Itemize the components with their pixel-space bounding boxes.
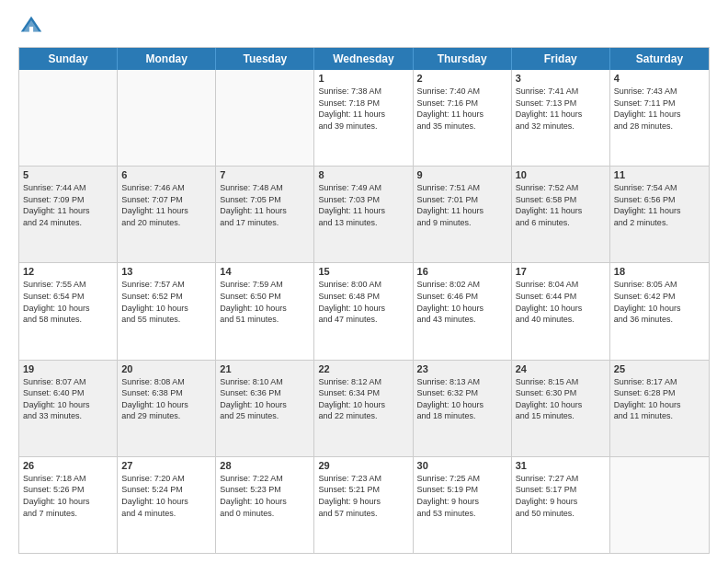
day-info: Sunrise: 8:10 AM Sunset: 6:36 PM Dayligh… xyxy=(220,376,310,422)
page: SundayMondayTuesdayWednesdayThursdayFrid… xyxy=(0,0,728,563)
day-info: Sunrise: 8:00 AM Sunset: 6:48 PM Dayligh… xyxy=(318,279,408,325)
day-info: Sunrise: 8:17 AM Sunset: 6:28 PM Dayligh… xyxy=(614,376,705,422)
logo-icon xyxy=(18,14,44,40)
header-day-friday: Friday xyxy=(512,48,610,70)
calendar-cell: 15Sunrise: 8:00 AM Sunset: 6:48 PM Dayli… xyxy=(314,263,413,359)
day-info: Sunrise: 8:15 AM Sunset: 6:30 PM Dayligh… xyxy=(516,376,606,422)
svg-rect-2 xyxy=(29,27,33,33)
day-number: 21 xyxy=(220,363,310,374)
calendar-row-1: 5Sunrise: 7:44 AM Sunset: 7:09 PM Daylig… xyxy=(19,166,709,262)
header-day-monday: Monday xyxy=(118,48,216,70)
day-info: Sunrise: 8:08 AM Sunset: 6:38 PM Dayligh… xyxy=(121,376,211,422)
day-number: 16 xyxy=(417,266,507,277)
day-info: Sunrise: 7:44 AM Sunset: 7:09 PM Dayligh… xyxy=(23,182,113,228)
day-number: 9 xyxy=(417,169,507,180)
calendar-cell: 7Sunrise: 7:48 AM Sunset: 7:05 PM Daylig… xyxy=(216,167,314,262)
day-number: 1 xyxy=(318,73,408,84)
calendar-cell: 18Sunrise: 8:05 AM Sunset: 6:42 PM Dayli… xyxy=(610,263,709,359)
day-number: 23 xyxy=(417,363,507,374)
calendar-cell: 12Sunrise: 7:55 AM Sunset: 6:54 PM Dayli… xyxy=(19,263,118,359)
day-number: 27 xyxy=(121,460,211,471)
day-info: Sunrise: 7:59 AM Sunset: 6:50 PM Dayligh… xyxy=(220,279,310,325)
day-number: 2 xyxy=(417,73,507,84)
header-day-wednesday: Wednesday xyxy=(314,48,413,70)
day-number: 15 xyxy=(318,266,408,277)
calendar-cell: 3Sunrise: 7:41 AM Sunset: 7:13 PM Daylig… xyxy=(512,70,610,166)
calendar-cell: 8Sunrise: 7:49 AM Sunset: 7:03 PM Daylig… xyxy=(314,167,413,262)
calendar-cell: 14Sunrise: 7:59 AM Sunset: 6:50 PM Dayli… xyxy=(216,263,314,359)
calendar-cell: 19Sunrise: 8:07 AM Sunset: 6:40 PM Dayli… xyxy=(19,361,118,456)
day-number: 13 xyxy=(121,266,211,277)
header-day-sunday: Sunday xyxy=(19,48,118,70)
calendar-cell: 17Sunrise: 8:04 AM Sunset: 6:44 PM Dayli… xyxy=(512,263,610,359)
day-info: Sunrise: 7:23 AM Sunset: 5:21 PM Dayligh… xyxy=(318,473,408,519)
calendar-row-2: 12Sunrise: 7:55 AM Sunset: 6:54 PM Dayli… xyxy=(19,262,709,359)
day-number: 20 xyxy=(121,363,211,374)
day-info: Sunrise: 8:12 AM Sunset: 6:34 PM Dayligh… xyxy=(318,376,408,422)
calendar-cell: 6Sunrise: 7:46 AM Sunset: 7:07 PM Daylig… xyxy=(118,167,216,262)
calendar-cell xyxy=(19,70,118,166)
day-number: 19 xyxy=(23,363,113,374)
calendar-cell: 4Sunrise: 7:43 AM Sunset: 7:11 PM Daylig… xyxy=(610,70,709,166)
calendar-cell: 24Sunrise: 8:15 AM Sunset: 6:30 PM Dayli… xyxy=(512,361,610,456)
day-info: Sunrise: 7:38 AM Sunset: 7:18 PM Dayligh… xyxy=(318,86,408,132)
calendar-cell: 10Sunrise: 7:52 AM Sunset: 6:58 PM Dayli… xyxy=(512,167,610,262)
day-number: 22 xyxy=(318,363,408,374)
day-number: 25 xyxy=(614,363,705,374)
day-number: 31 xyxy=(516,460,606,471)
day-info: Sunrise: 7:40 AM Sunset: 7:16 PM Dayligh… xyxy=(417,86,507,132)
calendar-row-4: 26Sunrise: 7:18 AM Sunset: 5:26 PM Dayli… xyxy=(19,456,709,553)
calendar-cell: 11Sunrise: 7:54 AM Sunset: 6:56 PM Dayli… xyxy=(610,167,709,262)
day-number: 26 xyxy=(23,460,113,471)
day-number: 12 xyxy=(23,266,113,277)
day-info: Sunrise: 7:25 AM Sunset: 5:19 PM Dayligh… xyxy=(417,473,507,519)
day-number: 5 xyxy=(23,169,113,180)
calendar-cell: 26Sunrise: 7:18 AM Sunset: 5:26 PM Dayli… xyxy=(19,457,118,553)
day-info: Sunrise: 7:49 AM Sunset: 7:03 PM Dayligh… xyxy=(318,182,408,228)
day-info: Sunrise: 7:43 AM Sunset: 7:11 PM Dayligh… xyxy=(614,86,705,132)
day-info: Sunrise: 8:02 AM Sunset: 6:46 PM Dayligh… xyxy=(417,279,507,325)
day-number: 11 xyxy=(614,169,705,180)
day-number: 18 xyxy=(614,266,705,277)
logo xyxy=(18,14,48,40)
day-info: Sunrise: 7:55 AM Sunset: 6:54 PM Dayligh… xyxy=(23,279,113,325)
calendar-cell xyxy=(216,70,314,166)
calendar-cell: 23Sunrise: 8:13 AM Sunset: 6:32 PM Dayli… xyxy=(414,361,512,456)
calendar-row-0: 1Sunrise: 7:38 AM Sunset: 7:18 PM Daylig… xyxy=(19,70,709,166)
day-info: Sunrise: 7:51 AM Sunset: 7:01 PM Dayligh… xyxy=(417,182,507,228)
calendar-row-3: 19Sunrise: 8:07 AM Sunset: 6:40 PM Dayli… xyxy=(19,360,709,456)
day-number: 8 xyxy=(318,169,408,180)
calendar-cell: 31Sunrise: 7:27 AM Sunset: 5:17 PM Dayli… xyxy=(512,457,610,553)
day-info: Sunrise: 8:04 AM Sunset: 6:44 PM Dayligh… xyxy=(516,279,606,325)
day-number: 14 xyxy=(220,266,310,277)
calendar-cell xyxy=(118,70,216,166)
day-number: 3 xyxy=(516,73,606,84)
calendar: SundayMondayTuesdayWednesdayThursdayFrid… xyxy=(18,47,710,554)
day-number: 10 xyxy=(516,169,606,180)
day-number: 30 xyxy=(417,460,507,471)
day-number: 7 xyxy=(220,169,310,180)
day-info: Sunrise: 7:18 AM Sunset: 5:26 PM Dayligh… xyxy=(23,473,113,519)
calendar-body: 1Sunrise: 7:38 AM Sunset: 7:18 PM Daylig… xyxy=(19,70,709,553)
calendar-cell: 30Sunrise: 7:25 AM Sunset: 5:19 PM Dayli… xyxy=(414,457,512,553)
day-info: Sunrise: 7:46 AM Sunset: 7:07 PM Dayligh… xyxy=(121,182,211,228)
day-info: Sunrise: 7:27 AM Sunset: 5:17 PM Dayligh… xyxy=(516,473,606,519)
calendar-cell: 13Sunrise: 7:57 AM Sunset: 6:52 PM Dayli… xyxy=(118,263,216,359)
calendar-cell: 9Sunrise: 7:51 AM Sunset: 7:01 PM Daylig… xyxy=(414,167,512,262)
day-info: Sunrise: 7:52 AM Sunset: 6:58 PM Dayligh… xyxy=(516,182,606,228)
calendar-cell: 21Sunrise: 8:10 AM Sunset: 6:36 PM Dayli… xyxy=(216,361,314,456)
day-info: Sunrise: 8:13 AM Sunset: 6:32 PM Dayligh… xyxy=(417,376,507,422)
day-number: 6 xyxy=(121,169,211,180)
day-info: Sunrise: 7:41 AM Sunset: 7:13 PM Dayligh… xyxy=(516,86,606,132)
day-info: Sunrise: 8:05 AM Sunset: 6:42 PM Dayligh… xyxy=(614,279,705,325)
calendar-cell: 27Sunrise: 7:20 AM Sunset: 5:24 PM Dayli… xyxy=(118,457,216,553)
day-number: 28 xyxy=(220,460,310,471)
header-day-saturday: Saturday xyxy=(610,48,709,70)
calendar-cell xyxy=(610,457,709,553)
header-day-tuesday: Tuesday xyxy=(216,48,314,70)
day-number: 17 xyxy=(516,266,606,277)
calendar-cell: 5Sunrise: 7:44 AM Sunset: 7:09 PM Daylig… xyxy=(19,167,118,262)
day-info: Sunrise: 7:57 AM Sunset: 6:52 PM Dayligh… xyxy=(121,279,211,325)
calendar-header: SundayMondayTuesdayWednesdayThursdayFrid… xyxy=(19,48,709,70)
day-info: Sunrise: 7:22 AM Sunset: 5:23 PM Dayligh… xyxy=(220,473,310,519)
